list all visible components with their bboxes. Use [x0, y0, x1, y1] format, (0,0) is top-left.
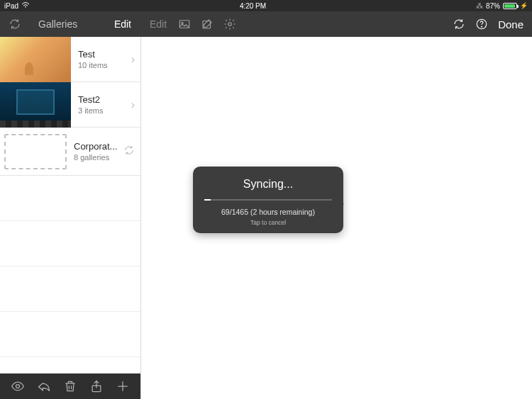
- reply-button[interactable]: [37, 379, 51, 393]
- battery-pct: 87%: [486, 2, 500, 10]
- svg-point-6: [16, 385, 19, 388]
- gallery-item-test2[interactable]: Test2 3 items ›: [0, 82, 140, 128]
- top-toolbar: Galleries Edit Edit Done: [0, 11, 532, 37]
- sidebar-toolbar: [0, 373, 140, 399]
- svg-point-5: [482, 26, 482, 27]
- wifi-icon: [21, 1, 30, 10]
- gallery-subtitle: 8 galleries: [74, 153, 123, 162]
- chevron-right-icon: ›: [126, 99, 140, 111]
- view-button[interactable]: [11, 379, 25, 393]
- gallery-list[interactable]: Test 10 items › Test2 3 items › Corporat…: [0, 37, 140, 373]
- empty-list-area: [0, 176, 140, 357]
- device-label: iPad: [4, 2, 18, 10]
- sidebar-edit-button[interactable]: Edit: [114, 18, 131, 30]
- image-icon[interactable]: [178, 18, 191, 30]
- share-button[interactable]: [89, 379, 104, 393]
- sync-button[interactable]: [9, 18, 21, 30]
- add-button[interactable]: [116, 379, 130, 393]
- bluetooth-icon: ⁂: [476, 2, 483, 10]
- sync-progress-bar: [204, 199, 332, 201]
- sidebar-title: Galleries: [38, 18, 77, 30]
- sync-status-icon: [123, 145, 140, 159]
- gallery-item-test[interactable]: Test 10 items ›: [0, 37, 140, 82]
- gallery-name: Test2: [78, 94, 126, 105]
- gallery-thumbnail: [0, 37, 71, 82]
- svg-point-3: [228, 23, 232, 26]
- gallery-name: Test: [78, 49, 126, 60]
- battery-icon: [503, 3, 517, 9]
- gallery-name: Corporat...: [74, 141, 123, 152]
- refresh-button[interactable]: [453, 18, 465, 30]
- gallery-thumbnail: [0, 82, 71, 128]
- sync-dialog[interactable]: Syncing... 69/1465 (2 hours remaining) T…: [193, 167, 343, 233]
- sync-title: Syncing...: [203, 178, 333, 191]
- sync-detail: 69/1465 (2 hours remaining): [203, 208, 333, 216]
- compose-icon[interactable]: [201, 18, 214, 30]
- sync-cancel-button[interactable]: Tap to cancel: [203, 219, 333, 226]
- gallery-subtitle: 10 items: [78, 61, 126, 69]
- help-button[interactable]: [475, 18, 488, 30]
- content-edit-button[interactable]: Edit: [150, 18, 167, 30]
- chevron-right-icon: ›: [126, 53, 140, 66]
- trash-button[interactable]: [63, 379, 77, 393]
- sidebar: Test 10 items › Test2 3 items › Corporat…: [0, 37, 141, 399]
- gallery-item-corporate[interactable]: Corporat... 8 galleries: [0, 128, 140, 176]
- status-bar: iPad 4:20 PM ⁂ 87% ⚡: [0, 0, 532, 11]
- done-button[interactable]: Done: [498, 18, 523, 30]
- gallery-subtitle: 3 items: [78, 106, 126, 115]
- charging-icon: ⚡: [520, 2, 528, 9]
- gallery-thumbnail-empty: [4, 134, 67, 169]
- clock: 4:20 PM: [30, 2, 476, 10]
- settings-icon[interactable]: [223, 18, 236, 30]
